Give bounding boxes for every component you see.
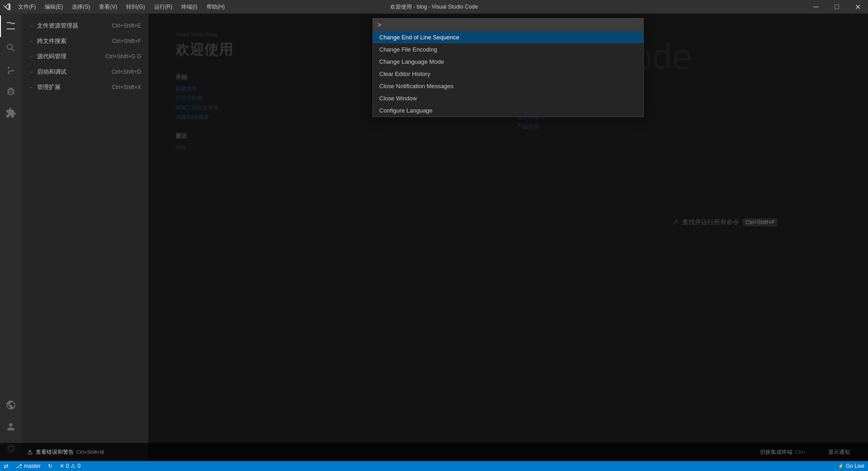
sidebar: ← 文件资源管理器 Ctrl+Shift+E ← 跨文件搜索 Ctrl+Shif… [22, 14, 148, 461]
menu-selection[interactable]: 选择(S) [67, 0, 94, 14]
command-input-wrapper: > [373, 19, 643, 31]
error-count: 0 [66, 463, 69, 469]
shortcut-label: Ctrl+Shift+D [112, 69, 141, 75]
command-list: Change End of Line Sequence Change File … [373, 31, 643, 117]
remote-icon: ⇄ [4, 463, 9, 470]
status-bar: ⇄ ⎇ master ↻ ✕ 0 ⚠ 0 ⚡ Go Live [0, 461, 868, 471]
menu-run[interactable]: 运行(R) [150, 0, 177, 14]
status-sync[interactable]: ↻ [44, 461, 56, 471]
golive-label: Go Live [846, 463, 864, 469]
menu-bar[interactable]: 文件(F) 编辑(E) 选择(S) 查看(V) 转到(G) 运行(R) 终端(I… [14, 0, 229, 14]
arrow-icon: ← [29, 38, 33, 44]
title-bar: 文件(F) 编辑(E) 选择(S) 查看(V) 转到(G) 运行(R) 终端(I… [0, 0, 868, 14]
activity-item-search[interactable] [0, 37, 22, 59]
activity-item-extensions[interactable] [0, 102, 22, 124]
branch-name: master [24, 463, 41, 469]
error-icon: ✕ [60, 463, 64, 469]
app-icon [0, 0, 14, 14]
sidebar-item-label: 启动和调试 [37, 68, 108, 76]
arrow-icon: ← [29, 23, 33, 28]
status-remote[interactable]: ⇄ [0, 461, 12, 471]
command-input[interactable] [383, 22, 639, 28]
status-right: ⚡ Go Live [834, 461, 868, 471]
arrow-icon: ← [29, 69, 33, 75]
activity-item-debug[interactable] [0, 80, 22, 102]
command-item-2[interactable]: Change Language Mode [373, 56, 643, 68]
menu-terminal[interactable]: 终端(I) [177, 0, 202, 14]
activity-item-source-control[interactable] [0, 59, 22, 80]
sidebar-item-label: 源代码管理 [37, 52, 102, 61]
sidebar-item-debug[interactable]: ← 启动和调试 Ctrl+Shift+D [22, 64, 148, 80]
bottom-left-hint: ⚠ 查看错误和警告 Ctrl+Shift+M [0, 448, 104, 456]
command-prefix: > [377, 21, 381, 28]
menu-help[interactable]: 帮助(H) [202, 0, 230, 14]
sidebar-item-extensions[interactable]: ← 管理扩展 Ctrl+Shift+X [22, 80, 148, 95]
menu-edit[interactable]: 编辑(E) [40, 0, 67, 14]
main-layout: ← 文件资源管理器 Ctrl+Shift+E ← 跨文件搜索 Ctrl+Shif… [0, 14, 868, 461]
sidebar-item-search[interactable]: ← 跨文件搜索 Ctrl+Shift+F [22, 33, 148, 49]
editor-area: Visual Studio Code Visual Studio Code 欢迎… [148, 14, 868, 461]
command-palette: > Change End of Line Sequence Change Fil… [373, 18, 644, 117]
arrow-icon: ← [29, 85, 33, 90]
menu-view[interactable]: 查看(V) [94, 0, 122, 14]
sidebar-item-source-control[interactable]: ← 源代码管理 Ctrl+Shift+G G [22, 49, 148, 64]
arrow-icon: ← [29, 54, 33, 59]
sidebar-item-label: 跨文件搜索 [37, 37, 108, 45]
command-item-1[interactable]: Change File Encoding [373, 43, 643, 56]
command-item-0[interactable]: Change End of Line Sequence [373, 31, 643, 43]
window-title: 欢迎使用 - blog - Visual Studio Code [390, 3, 478, 11]
activity-item-account[interactable] [0, 416, 22, 438]
status-errors[interactable]: ✕ 0 ⚠ 0 [56, 461, 84, 471]
shortcut-label: Ctrl+Shift+X [112, 84, 141, 90]
shortcut-label: Ctrl+Shift+F [112, 38, 141, 44]
sync-icon: ↻ [48, 463, 52, 469]
branch-icon: ⎇ [16, 463, 22, 469]
bottom-left-text: 查看错误和警告 [36, 448, 74, 456]
command-item-3[interactable]: Clear Editor History [373, 68, 643, 80]
activity-item-remote[interactable] [0, 394, 22, 416]
status-branch[interactable]: ⎇ master [12, 461, 44, 471]
command-item-5[interactable]: Close Window [373, 92, 643, 104]
menu-go[interactable]: 转到(G) [122, 0, 149, 14]
shortcut-label: Ctrl+Shift+E [112, 23, 141, 29]
maximize-button[interactable]: □ [826, 0, 847, 14]
golive-icon: ⚡ [838, 463, 844, 469]
window-controls: ─ □ ✕ [806, 0, 868, 14]
warning-count: 0 [77, 463, 80, 469]
status-go-live[interactable]: ⚡ Go Live [834, 461, 868, 471]
close-button[interactable]: ✕ [847, 0, 868, 14]
activity-item-explorer[interactable] [0, 15, 22, 37]
warning-icon: ⚠ [71, 463, 75, 469]
sidebar-item-label: 管理扩展 [37, 83, 108, 91]
activity-bar [0, 14, 22, 461]
status-left: ⇄ ⎇ master ↻ ✕ 0 ⚠ 0 [0, 461, 84, 471]
sidebar-item-explorer[interactable]: ← 文件资源管理器 Ctrl+Shift+E [22, 18, 148, 33]
shortcut-label: Ctrl+Shift+G G [105, 53, 141, 60]
bottom-left-shortcut: Ctrl+Shift+M [76, 449, 104, 455]
command-item-6[interactable]: Configure Language [373, 104, 643, 117]
minimize-button[interactable]: ─ [806, 0, 826, 14]
command-item-4[interactable]: Close Notification Messages [373, 80, 643, 92]
sidebar-item-label: 文件资源管理器 [37, 22, 108, 30]
menu-file[interactable]: 文件(F) [14, 0, 40, 14]
